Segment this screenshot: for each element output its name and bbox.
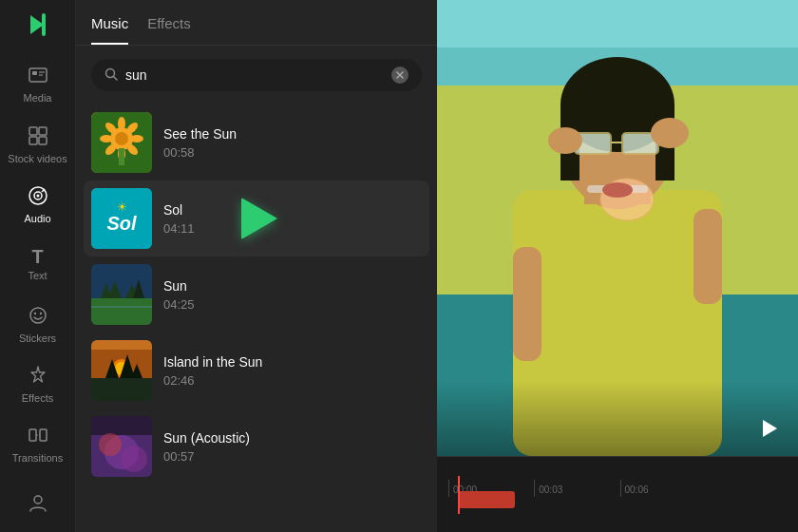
sidebar-item-audio[interactable]: Audio [5,177,71,233]
timeline-tick-label-3s: 00:03 [539,484,562,495]
sidebar: Media Stock videos Audio T Text [0,0,76,532]
timeline-clip-bar[interactable] [458,491,515,508]
audio-label: Audio [24,213,50,224]
sidebar-item-text[interactable]: T Text [5,237,71,293]
svg-point-56 [99,433,122,456]
music-thumb-see-the-sun [91,112,152,173]
search-input[interactable] [125,67,384,83]
search-bar [91,59,422,91]
svg-point-72 [651,118,689,148]
music-thumb-sol: ☀ Sol [91,188,152,249]
svg-rect-77 [513,247,542,361]
svg-line-11 [42,189,45,192]
svg-point-25 [118,117,125,130]
stock-videos-icon [28,125,48,149]
transitions-label: Transitions [12,452,63,464]
svg-point-17 [34,496,42,504]
svg-rect-6 [29,137,37,144]
music-item-sun[interactable]: Sun 04:25 [84,256,429,332]
music-item-sun-acoustic[interactable]: Sun (Acoustic) 00:57 [84,408,429,484]
effects-icon [28,365,48,389]
music-title-island: Island in the Sun [163,354,422,370]
preview-video [437,0,798,456]
timeline-tick-3s: 00:03 [534,480,619,497]
audio-icon [28,185,48,209]
music-duration-acoustic: 00:57 [163,449,422,464]
timeline-ruler: 00:00 00:03 00:06 [448,476,787,514]
music-duration-sol: 04:11 [163,221,422,236]
music-item-sol[interactable]: ☀ Sol Sol 04:11 [84,180,429,256]
music-panel: Music Effects [76,0,437,532]
text-label: Text [28,270,47,281]
svg-point-24 [115,132,128,145]
svg-point-27 [130,135,143,142]
app-logo[interactable] [21,8,55,41]
svg-rect-0 [29,68,47,82]
search-icon [104,67,118,84]
svg-rect-49 [91,378,152,401]
sidebar-item-transitions[interactable]: Transitions [5,416,71,472]
music-thumb-acoustic [91,416,152,477]
music-duration-see-the-sun: 00:58 [163,145,422,160]
music-title-acoustic: Sun (Acoustic) [163,430,422,446]
music-item-see-the-sun[interactable]: See the Sun 00:58 [84,104,429,180]
music-duration-island: 02:46 [163,373,422,388]
preview-overlay [437,380,798,456]
music-list: See the Sun 00:58 ☀ Sol Sol 04:11 [76,104,437,532]
svg-point-13 [33,313,35,314]
music-info-acoustic: Sun (Acoustic) 00:57 [163,430,422,464]
music-info-island: Island in the Sun 02:46 [163,354,422,388]
preview-play-triangle-icon [763,420,777,437]
svg-text:Sol: Sol [106,213,137,234]
music-title-see-the-sun: See the Sun [163,126,422,142]
svg-rect-1 [32,71,37,75]
svg-point-76 [602,182,633,198]
svg-rect-4 [29,127,37,135]
music-title-sol: Sol [163,202,422,218]
stickers-label: Stickers [19,332,56,344]
svg-rect-16 [40,429,47,441]
svg-rect-43 [91,306,152,308]
timeline-area: 00:00 00:03 00:06 [437,456,798,532]
sidebar-item-media[interactable]: Media [5,56,71,112]
sidebar-item-stickers[interactable]: Stickers [5,296,71,352]
text-icon: T [31,247,43,266]
svg-rect-5 [39,127,47,135]
search-clear-button[interactable] [391,66,408,84]
svg-point-31 [100,135,113,142]
svg-rect-78 [694,209,722,304]
music-info-see-the-sun: See the Sun 00:58 [163,126,422,160]
playhead-marker [458,476,460,514]
sidebar-item-effects[interactable]: Effects [5,356,71,412]
svg-point-73 [548,127,582,154]
music-title-sun: Sun [163,278,422,294]
tab-effects[interactable]: Effects [147,15,191,45]
effects-label: Effects [22,392,53,404]
music-info-sun: Sun 04:25 [163,278,422,312]
svg-point-57 [121,446,147,472]
stickers-icon [28,305,48,329]
svg-point-14 [39,313,41,314]
music-duration-sun: 04:25 [163,297,422,312]
preview-play-button[interactable] [754,414,783,443]
panel-tabs: Music Effects [76,0,437,46]
stock-videos-label: Stock videos [8,153,66,164]
svg-rect-15 [29,429,36,441]
media-icon [28,65,48,88]
transitions-icon [28,425,48,448]
timeline-tick-label-6s: 00:06 [625,484,649,495]
music-thumb-island [91,340,152,401]
svg-rect-38 [91,298,152,325]
music-item-island-in-the-sun[interactable]: Island in the Sun 02:46 [84,332,429,408]
sidebar-item-profile[interactable] [5,476,71,532]
tab-music[interactable]: Music [91,15,128,45]
svg-text:☀: ☀ [117,200,127,214]
svg-point-10 [36,194,39,197]
music-thumb-sun [91,264,152,325]
sidebar-item-stock-videos[interactable]: Stock videos [5,117,71,173]
timeline-tick-6s: 00:06 [620,480,706,497]
svg-point-12 [30,308,46,323]
profile-icon [28,492,48,516]
svg-line-19 [114,76,118,80]
media-label: Media [24,92,52,104]
